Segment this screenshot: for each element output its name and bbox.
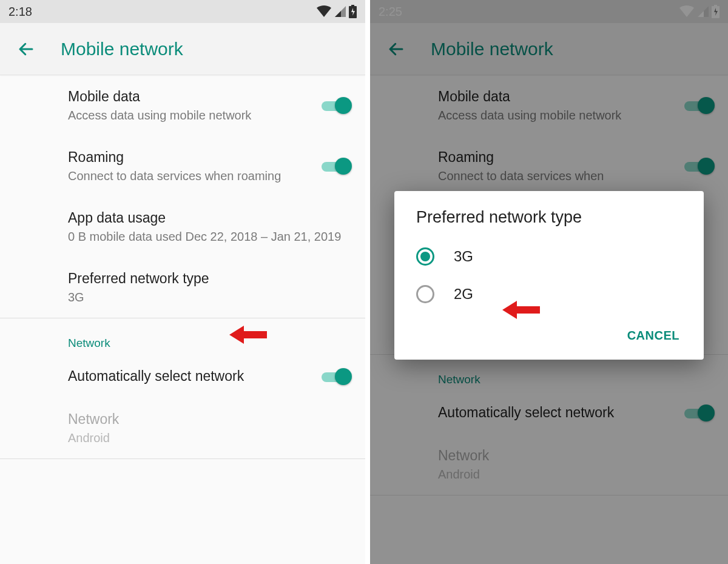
settings-list: Mobile data Access data using mobile net… <box>0 75 365 459</box>
radio-label: 3G <box>454 248 473 265</box>
item-app-data-usage[interactable]: App data usage 0 B mobile data used Dec … <box>0 196 365 257</box>
screen-dialog: 2:25 Mobile network Mobile data Access d… <box>370 0 728 564</box>
item-title: Preferred network type <box>68 269 351 288</box>
item-subtitle: 3G <box>68 289 351 306</box>
back-icon[interactable] <box>17 40 35 58</box>
item-title: App data usage <box>68 209 351 227</box>
item-title: Automatically select network <box>68 367 309 386</box>
signal-icon <box>334 5 346 18</box>
cancel-button[interactable]: CANCEL <box>620 324 687 347</box>
item-network: Network Android <box>0 398 365 458</box>
dialog-preferred-network: Preferred network type 3G 2G CANCEL <box>394 191 704 360</box>
app-bar: Mobile network <box>0 23 365 75</box>
screen-settings: 2:18 Mobile network Mobile data Access d… <box>0 0 365 564</box>
item-title: Mobile data <box>68 87 309 106</box>
item-subtitle: Android <box>68 430 351 446</box>
battery-icon <box>349 5 357 18</box>
radio-option-3g[interactable]: 3G <box>394 238 704 275</box>
wifi-icon <box>316 5 332 18</box>
mobile-data-toggle[interactable] <box>322 97 351 114</box>
radio-label: 2G <box>454 286 473 303</box>
item-roaming[interactable]: Roaming Connect to data services when ro… <box>0 136 365 196</box>
item-subtitle: 0 B mobile data used Dec 22, 2018 – Jan … <box>68 229 351 245</box>
roaming-toggle[interactable] <box>322 158 351 175</box>
radio-icon <box>416 247 434 266</box>
item-subtitle: Access data using mobile network <box>68 107 309 124</box>
status-icons <box>316 5 357 18</box>
auto-select-toggle[interactable] <box>322 368 351 385</box>
status-bar: 2:18 <box>0 0 365 23</box>
dialog-title: Preferred network type <box>394 208 704 238</box>
item-auto-select-network[interactable]: Automatically select network <box>0 355 365 398</box>
item-preferred-network[interactable]: Preferred network type 3G <box>0 257 365 318</box>
divider <box>0 458 365 459</box>
item-mobile-data[interactable]: Mobile data Access data using mobile net… <box>0 75 365 136</box>
section-header-network: Network <box>0 318 365 355</box>
page-title: Mobile network <box>61 39 183 59</box>
item-title: Network <box>68 410 351 429</box>
radio-option-2g[interactable]: 2G <box>394 275 704 313</box>
radio-icon <box>416 285 434 303</box>
item-title: Roaming <box>68 148 309 167</box>
status-time: 2:18 <box>8 5 32 19</box>
item-subtitle: Connect to data services when roaming <box>68 168 309 184</box>
